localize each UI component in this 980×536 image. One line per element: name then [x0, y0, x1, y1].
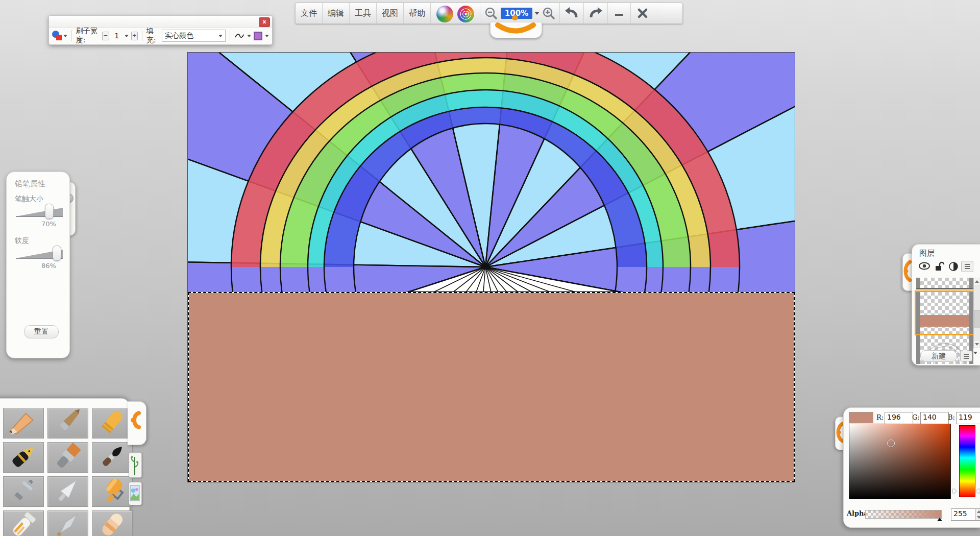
menu-edit[interactable]: 编辑	[323, 3, 350, 23]
softness-label: 软度	[15, 236, 29, 246]
brush-width-value[interactable]: 1	[112, 32, 122, 40]
scroll-up-icon[interactable]	[974, 278, 979, 285]
layer-item-selected[interactable]	[915, 290, 975, 335]
blend-contrast-icon[interactable]	[948, 261, 960, 272]
fill-style-select[interactable]: 实心颜色	[162, 30, 226, 42]
menu-tools[interactable]: 工具	[350, 3, 377, 23]
panel-handle-icon	[128, 402, 145, 444]
shape-color-icon[interactable]	[52, 31, 61, 41]
palette-knife-icon[interactable]	[47, 476, 88, 507]
minimize-icon	[614, 8, 625, 19]
airbrush-icon[interactable]	[3, 476, 44, 507]
pastel-stick-icon[interactable]	[47, 408, 88, 438]
alpha-slider[interactable]	[865, 510, 942, 519]
blue-field[interactable]: 119	[956, 412, 980, 424]
paint-roller-icon[interactable]	[92, 476, 133, 507]
softness-thumb[interactable]	[53, 246, 61, 261]
reset-button[interactable]: 重置	[24, 325, 59, 338]
layer-list-menu-icon[interactable]	[960, 351, 972, 361]
hue-marker-right-icon[interactable]	[976, 489, 979, 494]
menu-help[interactable]: 帮助	[404, 3, 431, 23]
crayon-icon[interactable]	[92, 408, 133, 438]
stroke-curve-icon[interactable]	[234, 32, 244, 40]
menu-view[interactable]: 视图	[377, 3, 404, 23]
panel-close-button[interactable]: x	[259, 17, 270, 27]
rainbow-sunburst-artwork	[188, 53, 795, 292]
plant-icon	[129, 453, 140, 476]
scroll-down-icon[interactable]	[974, 341, 979, 348]
unlock-icon[interactable]	[934, 261, 946, 272]
brush-options-panel: x 刷子宽度: − 1 + 填充: 实心颜色	[48, 15, 273, 45]
layer-item-top[interactable]	[916, 278, 973, 289]
liner-brush-icon[interactable]	[47, 510, 88, 536]
brush-tools-panel	[0, 398, 130, 536]
pencil-properties-panel: 铅笔属性 笔触大小 70% 软度 86% 重置	[6, 172, 70, 358]
shape-caret[interactable]	[63, 35, 67, 37]
layer-menu-icon[interactable]	[961, 261, 973, 272]
hue-slider[interactable]	[959, 425, 975, 497]
clown-right-eye-icon[interactable]	[457, 6, 474, 22]
fill-label: 填充:	[146, 27, 159, 45]
layers-panel-title: 图层	[919, 249, 935, 258]
undo-button[interactable]	[560, 3, 584, 23]
clown-eyes-group	[431, 3, 480, 23]
layer-list-menu-caret[interactable]	[973, 354, 977, 364]
clown-left-eye-icon[interactable]	[436, 6, 453, 22]
width-decrease-button[interactable]: −	[102, 32, 109, 40]
menu-file[interactable]: 文件	[296, 3, 323, 23]
minimize-button[interactable]	[608, 3, 631, 23]
alpha-marker-icon[interactable]	[937, 518, 942, 521]
brush-panel-handle[interactable]	[128, 401, 146, 445]
pencil-icon[interactable]	[3, 408, 44, 438]
green-label: G:	[912, 413, 920, 421]
width-increase-button[interactable]: +	[131, 32, 138, 40]
hue-marker-left-icon[interactable]	[953, 489, 957, 494]
stroke-size-thumb[interactable]	[45, 204, 54, 219]
plant-brush-preset-button[interactable]	[129, 452, 142, 478]
fill-icon-caret[interactable]	[265, 35, 269, 37]
flat-brush-icon[interactable]	[47, 442, 88, 473]
fountain-pen-icon[interactable]	[3, 442, 44, 473]
blue-label: B:	[948, 413, 955, 421]
sv-cursor-icon[interactable]	[887, 440, 895, 447]
fill-style-icon[interactable]	[254, 32, 262, 40]
selection-region	[188, 292, 795, 482]
clown-nose-icon	[512, 15, 518, 20]
brush-options-titlebar[interactable]: x	[49, 16, 272, 28]
ink-brush-icon[interactable]	[92, 442, 133, 473]
redo-icon	[588, 6, 603, 20]
zoom-in-icon	[542, 6, 556, 20]
stroke-size-slider[interactable]	[16, 208, 63, 216]
close-button[interactable]	[631, 3, 654, 23]
layers-scrollbar[interactable]	[973, 278, 980, 348]
undo-icon	[564, 6, 579, 20]
picture-brush-preset-button[interactable]	[129, 482, 142, 505]
fill-style-value: 实心颜色	[165, 31, 193, 40]
scrollbar-thumb[interactable]	[974, 310, 980, 328]
eraser-icon[interactable]	[92, 510, 133, 536]
visibility-eye-icon[interactable]	[918, 261, 930, 272]
red-field[interactable]: 196	[885, 412, 913, 424]
green-field[interactable]: 140	[920, 412, 949, 424]
zoom-out-icon	[484, 6, 498, 20]
stroke-size-value: 70%	[41, 220, 56, 228]
width-caret[interactable]	[125, 35, 129, 37]
curve-caret[interactable]	[247, 35, 251, 37]
alpha-stepper[interactable]	[975, 508, 980, 521]
new-layer-button[interactable]: 新建	[920, 350, 957, 362]
zoom-level-group: 100%	[502, 3, 538, 23]
brush-width-label: 刷子宽度:	[76, 27, 100, 45]
layer-thumbnail-content	[920, 315, 969, 327]
saturation-value-picker[interactable]	[849, 424, 951, 499]
red-label: R:	[876, 413, 884, 421]
clown-smile-tab[interactable]	[490, 22, 542, 38]
current-color-swatch	[849, 412, 873, 423]
drawing-canvas[interactable]	[188, 53, 795, 482]
paint-tube-icon[interactable]	[3, 510, 44, 536]
zoom-in-button[interactable]	[538, 3, 560, 23]
ground-selection[interactable]	[188, 292, 795, 482]
pencil-panel-title: 铅笔属性	[15, 179, 45, 189]
softness-value: 86%	[41, 262, 56, 270]
zoom-out-button[interactable]	[480, 3, 502, 23]
redo-button[interactable]	[584, 3, 608, 23]
